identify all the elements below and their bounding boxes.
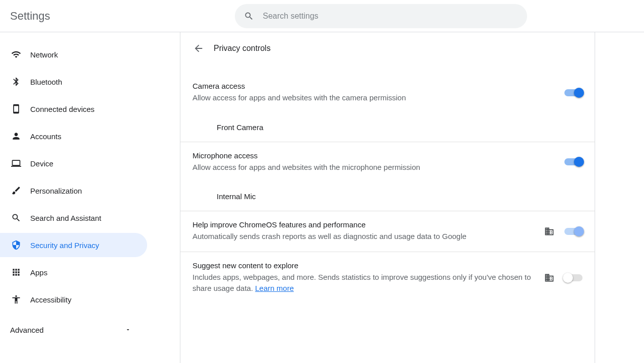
setting-sub-label: Internal Mic (217, 192, 256, 201)
shield-icon (10, 240, 22, 250)
page-header: Privacy controls (180, 32, 595, 65)
setting-title: Help improve ChromeOS features and perfo… (192, 220, 536, 229)
sidebar-item-label: Accounts (30, 132, 61, 141)
bluetooth-icon (10, 77, 22, 87)
sidebar-item-bluetooth[interactable]: Bluetooth (0, 70, 147, 94)
sidebar-item-personalization[interactable]: Personalization (0, 178, 147, 203)
laptop-icon (10, 158, 22, 168)
sidebar-item-label: Security and Privacy (30, 241, 99, 250)
chevron-down-icon (125, 327, 131, 333)
setting-title: Suggest new content to explore (192, 261, 536, 270)
app-title: Settings (10, 10, 50, 23)
improve-chromeos-toggle[interactable] (564, 228, 583, 235)
setting-improve-chromeos: Help improve ChromeOS features and perfo… (180, 211, 595, 252)
person-icon (10, 131, 22, 141)
sidebar-item-label: Accessibility (30, 295, 72, 304)
search-box[interactable] (235, 4, 527, 28)
mic-access-toggle[interactable] (564, 158, 583, 165)
sidebar-item-network[interactable]: Network (0, 42, 147, 67)
search-icon (244, 11, 254, 21)
back-button[interactable] (192, 42, 205, 54)
setting-mic-access: Microphone access Allow access for apps … (180, 142, 595, 183)
learn-more-link[interactable]: Learn more (255, 284, 294, 292)
sidebar-item-accessibility[interactable]: Accessibility (0, 287, 147, 312)
settings-card: Privacy controls Camera access Allow acc… (180, 32, 595, 363)
managed-icon (544, 273, 554, 283)
search-input[interactable] (263, 12, 518, 21)
sidebar-item-label: Connected devices (30, 105, 95, 113)
brush-icon (10, 186, 22, 196)
sidebar-item-accounts[interactable]: Accounts (0, 124, 147, 148)
sidebar-item-label: Search and Assistant (30, 214, 101, 222)
setting-desc: Automatically sends crash reports as wel… (192, 231, 536, 243)
sidebar-item-label: Bluetooth (30, 78, 62, 86)
setting-desc: Allow access for apps and websites with … (192, 162, 554, 173)
setting-camera-access: Camera access Allow access for apps and … (180, 73, 595, 113)
setting-desc: Includes apps, webpages, and more. Sends… (192, 272, 536, 294)
accessibility-icon (10, 294, 22, 305)
setting-sub-label: Front Camera (217, 123, 264, 132)
sidebar-item-apps[interactable]: Apps (0, 260, 147, 284)
sidebar-item-device[interactable]: Device (0, 151, 147, 175)
setting-desc: Allow access for apps and websites with … (192, 92, 554, 104)
search-icon (10, 213, 22, 223)
suggest-content-toggle[interactable] (564, 274, 583, 281)
sidebar: Network Bluetooth Connected devices Acco… (0, 32, 180, 363)
sidebar-item-label: Apps (30, 268, 47, 277)
setting-mic-internal[interactable]: Internal Mic (180, 182, 595, 211)
sidebar-item-search-assistant[interactable]: Search and Assistant (0, 206, 147, 230)
header: Settings (0, 0, 644, 32)
wifi-icon (10, 49, 22, 59)
sidebar-item-connected-devices[interactable]: Connected devices (0, 97, 147, 121)
sidebar-item-label: Personalization (30, 187, 82, 195)
sidebar-item-security[interactable]: Security and Privacy (0, 233, 147, 257)
content-area: Privacy controls Camera access Allow acc… (180, 32, 644, 363)
setting-title: Microphone access (192, 151, 554, 160)
sidebar-item-label: Device (30, 159, 53, 168)
sidebar-item-label: Network (30, 50, 58, 59)
phone-icon (10, 104, 22, 114)
camera-access-toggle[interactable] (564, 89, 583, 96)
advanced-label: Advanced (10, 326, 44, 334)
setting-title: Camera access (192, 82, 554, 90)
sidebar-advanced[interactable]: Advanced (0, 318, 141, 342)
managed-icon (544, 226, 554, 236)
setting-camera-front[interactable]: Front Camera (180, 113, 595, 142)
apps-icon (10, 267, 22, 277)
setting-suggest-content: Suggest new content to explore Includes … (180, 252, 595, 304)
page-title: Privacy controls (214, 44, 271, 53)
